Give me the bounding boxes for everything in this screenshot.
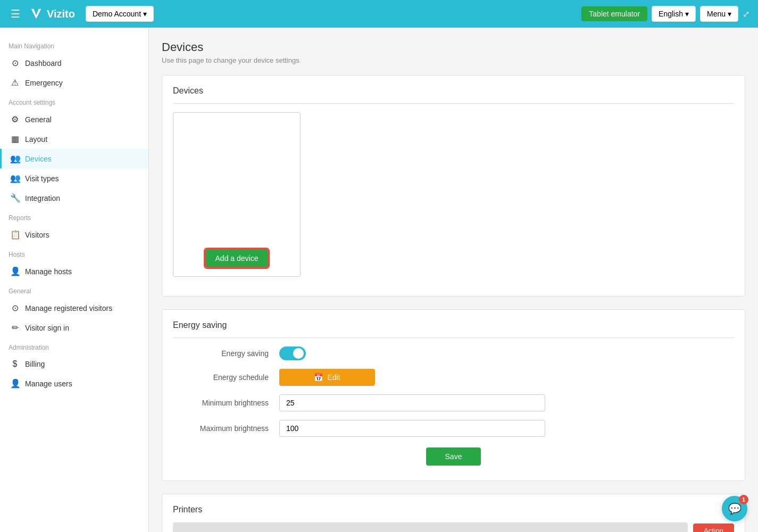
energy-saving-row: Energy saving bbox=[173, 347, 734, 360]
manage-registered-icon: ⊙ bbox=[10, 303, 20, 313]
menu-button[interactable]: Menu ▾ bbox=[700, 6, 738, 22]
add-device-button[interactable]: Add a device bbox=[205, 249, 269, 268]
general-section-label: General bbox=[0, 281, 148, 298]
expand-button[interactable]: ⤢ bbox=[743, 9, 749, 19]
language-label: English bbox=[659, 10, 683, 18]
energy-saving-toggle[interactable] bbox=[279, 347, 306, 360]
main-content: Devices Use this page to change your dev… bbox=[149, 28, 758, 532]
svg-marker-0 bbox=[31, 9, 41, 19]
sidebar-item-label: Manage hosts bbox=[25, 267, 72, 276]
sidebar-item-manage-registered[interactable]: ⊙ Manage registered visitors bbox=[0, 298, 148, 318]
printers-title: Printers bbox=[173, 505, 734, 520]
max-brightness-input[interactable] bbox=[279, 420, 545, 437]
hosts-label: Hosts bbox=[0, 244, 148, 261]
sidebar-item-emergency[interactable]: ⚠ Emergency bbox=[0, 73, 148, 92]
edit-schedule-button[interactable]: 📅 Edit bbox=[279, 369, 375, 386]
energy-schedule-label: Energy schedule bbox=[173, 373, 279, 382]
hamburger-button[interactable]: ☰ bbox=[9, 5, 22, 22]
integration-icon: 🔧 bbox=[10, 193, 20, 203]
sidebar-item-dashboard[interactable]: ⊙ Dashboard bbox=[0, 53, 148, 73]
manage-users-icon: 👤 bbox=[10, 378, 20, 389]
emergency-icon: ⚠ bbox=[10, 78, 20, 88]
sidebar-item-billing[interactable]: $ Billing bbox=[0, 354, 148, 374]
dashboard-icon: ⊙ bbox=[10, 58, 20, 68]
chat-badge: 1 bbox=[739, 495, 748, 504]
max-brightness-row: Maximum brightness bbox=[173, 420, 734, 437]
visitor-sign-in-icon: ✏ bbox=[10, 323, 20, 333]
sidebar-item-label: Manage registered visitors bbox=[25, 304, 112, 313]
sidebar-item-devices[interactable]: 👥 Devices ← bbox=[0, 149, 148, 168]
page-subtitle: Use this page to change your device sett… bbox=[162, 56, 745, 64]
sidebar-item-general[interactable]: ⚙ General bbox=[0, 109, 148, 129]
sidebar-item-manage-hosts[interactable]: 👤 Manage hosts bbox=[0, 261, 148, 281]
sidebar-item-label: Manage users bbox=[25, 379, 72, 388]
save-area: Save bbox=[173, 447, 734, 466]
app-layout: Main Navigation ⊙ Dashboard ⚠ Emergency … bbox=[0, 28, 758, 532]
sidebar: Main Navigation ⊙ Dashboard ⚠ Emergency … bbox=[0, 28, 149, 532]
energy-schedule-row: Energy schedule 📅 Edit bbox=[173, 369, 734, 386]
tablet-emulator-button[interactable]: Tablet emulator bbox=[581, 6, 647, 21]
toggle-slider bbox=[279, 347, 306, 360]
main-nav-label: Main Navigation bbox=[0, 36, 148, 53]
account-button[interactable]: Demo Account ▾ bbox=[86, 6, 154, 22]
sidebar-item-label: Emergency bbox=[25, 79, 63, 87]
sidebar-item-visitors[interactable]: 📋 Visitors bbox=[0, 225, 148, 244]
sidebar-item-integration[interactable]: 🔧 Integration bbox=[0, 188, 148, 208]
app-header: ☰ Vizito Demo Account ▾ Tablet emulator … bbox=[0, 0, 758, 28]
sidebar-item-label: Dashboard bbox=[25, 59, 62, 67]
devices-card: Devices Add a device bbox=[162, 75, 745, 297]
sidebar-item-label: Visitor sign in bbox=[25, 324, 69, 332]
billing-icon: $ bbox=[10, 359, 20, 369]
printers-actions: Action bbox=[173, 520, 734, 532]
menu-dropdown-icon: ▾ bbox=[728, 10, 731, 18]
general-icon: ⚙ bbox=[10, 114, 20, 124]
sidebar-item-label: Integration bbox=[25, 194, 60, 202]
language-button[interactable]: English ▾ bbox=[652, 6, 696, 22]
save-button[interactable]: Save bbox=[426, 447, 481, 466]
chat-bubble[interactable]: 💬 1 bbox=[722, 496, 747, 521]
sidebar-item-label: Layout bbox=[25, 135, 47, 143]
header-right: Tablet emulator English ▾ Menu ▾ ⤢ bbox=[581, 6, 749, 22]
energy-saving-label: Energy saving bbox=[173, 349, 279, 358]
sidebar-item-visitor-sign-in[interactable]: ✏ Visitor sign in bbox=[0, 318, 148, 337]
account-settings-label: Account settings bbox=[0, 92, 148, 109]
energy-card-title: Energy saving bbox=[173, 320, 734, 338]
sidebar-item-label: Visit types bbox=[25, 174, 59, 183]
sidebar-item-layout[interactable]: ▦ Layout bbox=[0, 129, 148, 149]
sidebar-item-visit-types[interactable]: 👥 Visit types bbox=[0, 168, 148, 188]
energy-schedule-control: 📅 Edit bbox=[279, 369, 545, 386]
vizito-logo-icon bbox=[29, 6, 44, 21]
account-dropdown-icon: ▾ bbox=[143, 10, 147, 18]
printers-card: Printers Action bbox=[162, 494, 745, 532]
device-box: Add a device bbox=[173, 112, 301, 277]
max-brightness-label: Maximum brightness bbox=[173, 424, 279, 433]
min-brightness-input[interactable] bbox=[279, 394, 545, 411]
manage-hosts-icon: 👤 bbox=[10, 266, 20, 276]
energy-saving-toggle-container bbox=[279, 347, 545, 360]
min-brightness-label: Minimum brightness bbox=[173, 399, 279, 407]
chat-icon: 💬 bbox=[728, 502, 742, 515]
min-brightness-control bbox=[279, 394, 545, 411]
printer-bar bbox=[173, 522, 688, 532]
logo-text: Vizito bbox=[47, 8, 75, 20]
sidebar-item-label: Billing bbox=[25, 360, 45, 368]
page-title: Devices bbox=[162, 40, 745, 54]
max-brightness-control bbox=[279, 420, 545, 437]
sidebar-item-manage-users[interactable]: 👤 Manage users bbox=[0, 374, 148, 393]
language-dropdown-icon: ▾ bbox=[685, 10, 689, 18]
printer-action-button[interactable]: Action bbox=[693, 523, 734, 533]
device-list-area: Add a device bbox=[173, 112, 734, 277]
reports-label: Reports bbox=[0, 208, 148, 225]
edit-schedule-label: Edit bbox=[327, 373, 340, 382]
administration-label: Administration bbox=[0, 337, 148, 354]
energy-saving-card: Energy saving Energy saving Energy sched… bbox=[162, 309, 745, 481]
visitors-icon: 📋 bbox=[10, 230, 20, 240]
layout-icon: ▦ bbox=[10, 134, 20, 144]
min-brightness-row: Minimum brightness bbox=[173, 394, 734, 411]
app-logo: Vizito bbox=[29, 6, 75, 21]
sidebar-item-label: General bbox=[25, 115, 52, 124]
sidebar-item-label: Devices bbox=[25, 155, 52, 163]
devices-card-title: Devices bbox=[173, 86, 734, 104]
devices-icon: 👥 bbox=[10, 154, 20, 164]
sidebar-item-label: Visitors bbox=[25, 231, 49, 239]
